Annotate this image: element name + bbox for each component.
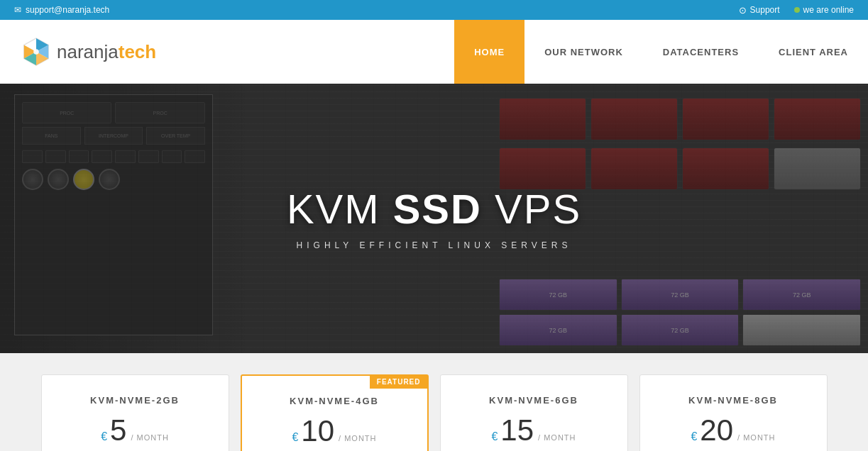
hero-circuit: PROC PROC FANS INTERCOMP OVER TEMP — [0, 84, 248, 353]
plan-currency-4gb: € — [292, 431, 298, 444]
plan-price-8gb: € 20 / MONTH — [657, 416, 810, 445]
plan-name-6gb: KVM-NVME-6GB — [458, 395, 610, 406]
main-nav: HOME OUR NETWORK DATACENTERS CLIENT AREA — [454, 20, 868, 84]
plan-name-2gb: KVM-NVME-2GB — [59, 395, 211, 406]
email-icon: ✉ — [14, 5, 21, 15]
plan-name-8gb: KVM-NVME-8GB — [657, 395, 810, 406]
hero-title: KVM SSD VPS — [287, 186, 581, 232]
plan-price-6gb: € 15 / MONTH — [458, 416, 610, 445]
support-email[interactable]: support@naranja.tech — [26, 5, 109, 15]
plan-period-6gb: / MONTH — [538, 433, 576, 442]
hero-section: 72 GB 72 GB 72 GB 72 GB 72 GB PROC PROC … — [0, 84, 868, 353]
plan-currency-6gb: € — [491, 430, 498, 443]
plan-period-4gb: / MONTH — [339, 434, 376, 442]
plan-card-4gb: FEATURED KVM-NVME-4GB € 10 / MONTH — [241, 374, 429, 451]
featured-badge: FEATURED — [370, 375, 428, 389]
top-bar: ✉ support@naranja.tech ⊙ Support we are … — [0, 0, 868, 20]
plan-price-4gb: € 10 / MONTH — [259, 416, 410, 446]
online-label: we are online — [803, 5, 854, 15]
plan-card-6gb: KVM-NVME-6GB € 15 / MONTH — [440, 374, 628, 451]
top-bar-right: ⊙ Support we are online — [739, 5, 854, 16]
plan-name-4gb: KVM-NVME-4GB — [259, 396, 410, 406]
hero-subtitle: HIGHLY EFFICIENT LINUX SERVERS — [287, 240, 581, 250]
top-bar-left: ✉ support@naranja.tech — [14, 5, 109, 15]
plan-period-2gb: / MONTH — [131, 433, 168, 442]
online-dot — [794, 7, 800, 13]
logo-icon — [21, 37, 51, 67]
nav-client-area[interactable]: CLIENT AREA — [759, 20, 868, 84]
hero-content: KVM SSD VPS HIGHLY EFFICIENT LINUX SERVE… — [287, 186, 581, 250]
nav-network[interactable]: OUR NETWORK — [524, 20, 643, 84]
svg-point-6 — [33, 49, 39, 55]
plan-amount-2gb: 5 — [110, 416, 126, 445]
nav-datacenters[interactable]: DATACENTERS — [643, 20, 759, 84]
support-icon: ⊙ — [739, 5, 747, 16]
plan-price-2gb: € 5 / MONTH — [59, 416, 211, 445]
plan-amount-6gb: 15 — [500, 416, 534, 445]
online-status: we are online — [794, 5, 854, 15]
header: naranjatech HOME OUR NETWORK DATACENTERS… — [0, 20, 868, 84]
logo-text: naranjatech — [57, 41, 156, 63]
pricing-section: KVM-NVME-2GB € 5 / MONTH FEATURED KVM-NV… — [0, 353, 868, 451]
plan-currency-8gb: € — [691, 430, 697, 443]
plan-amount-4gb: 10 — [301, 416, 334, 446]
nav-home[interactable]: HOME — [454, 20, 524, 84]
plan-card-8gb: KVM-NVME-8GB € 20 / MONTH — [639, 374, 828, 451]
plan-period-8gb: / MONTH — [737, 433, 775, 442]
plan-amount-8gb: 20 — [700, 416, 733, 445]
plan-currency-2gb: € — [101, 430, 107, 443]
support-link[interactable]: ⊙ Support — [739, 5, 780, 16]
logo[interactable]: naranjatech — [21, 37, 156, 67]
support-label: Support — [750, 5, 780, 15]
plan-card-2gb: KVM-NVME-2GB € 5 / MONTH — [41, 374, 229, 451]
